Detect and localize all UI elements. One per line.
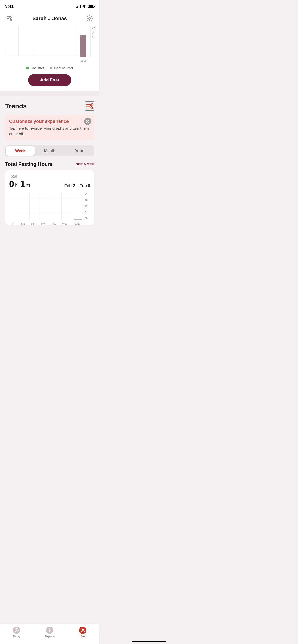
- bar-wed: [63, 192, 72, 220]
- x-label-today: Today: [73, 222, 80, 225]
- fasting-chart: Fri Sat Sun Mon Tue Wed Today 24 18 12 6…: [9, 192, 90, 225]
- svg-rect-4: [7, 20, 10, 20]
- x-label-wed: Wed: [62, 222, 67, 225]
- customize-close-button[interactable]: [84, 118, 91, 125]
- legend-goal-met: Goal met: [26, 66, 44, 70]
- y-label-0: 0h: [85, 217, 90, 220]
- y-label-6: 6: [85, 211, 90, 214]
- svg-rect-0: [7, 16, 11, 17]
- x-label-sun: Sun: [31, 222, 35, 225]
- x-label-fri: Fri: [12, 222, 15, 225]
- svg-point-1: [11, 16, 12, 17]
- customize-banner[interactable]: Customize your experience Tap here to re…: [5, 115, 94, 140]
- fasting-section: Total Fasting Hours SEE MORE Total 0h 1m…: [0, 161, 99, 230]
- tab-month[interactable]: Month: [35, 146, 64, 156]
- chart-y-label-3: 0h: [92, 36, 95, 39]
- fasting-time-display: 0h 1m: [9, 179, 30, 189]
- section-divider: [0, 91, 99, 96]
- chart-column-2: [19, 26, 33, 57]
- chart-x-labels: Fri Sat Sun Mon Tue Wed Today: [9, 222, 83, 225]
- fasting-hours-value: 0h 1m: [9, 179, 30, 189]
- svg-point-6: [89, 17, 91, 19]
- top-chart-card: 0h 0h 0h 2/08 Goal met Goal not met Add …: [0, 26, 99, 91]
- trends-header: Trends: [5, 101, 94, 111]
- chart-y-label-1: 0h: [92, 26, 95, 30]
- svg-rect-9: [86, 106, 90, 107]
- y-label-12: 12: [85, 204, 90, 208]
- y-label-18: 18: [85, 198, 90, 201]
- chart-column-5: [62, 26, 76, 57]
- trends-section: Trends Customize your experience Tap her…: [0, 96, 99, 156]
- svg-point-3: [9, 18, 11, 19]
- goal-not-met-dot: [50, 67, 52, 69]
- chart-y-axis: 24 18 12 6 0h: [83, 192, 90, 225]
- customize-body: Tap here to re-order your graphs and tur…: [9, 126, 90, 136]
- svg-rect-11: [86, 108, 91, 108]
- customize-title: Customize your experience: [9, 119, 90, 124]
- x-label-sat: Sat: [21, 222, 25, 225]
- svg-point-8: [91, 104, 93, 105]
- y-label-24: 24: [85, 192, 90, 195]
- chart-column-4: [47, 26, 62, 57]
- status-time: 9:41: [5, 4, 14, 9]
- signal-icon: [76, 5, 81, 8]
- goal-met-dot: [26, 67, 29, 69]
- x-label-mon: Mon: [41, 222, 46, 225]
- bar-tue: [52, 192, 62, 220]
- chart-legend: Goal met Goal not met: [4, 66, 95, 70]
- svg-point-5: [10, 19, 12, 21]
- period-tabs: Week Month Year: [5, 145, 94, 156]
- bar-sun: [31, 192, 40, 220]
- see-more-button[interactable]: SEE MORE: [76, 162, 94, 166]
- status-bar: 9:41: [0, 0, 99, 11]
- fasting-section-title: Total Fasting Hours: [5, 161, 52, 167]
- fasting-date-range: Feb 2 – Feb 8: [64, 184, 90, 188]
- trends-filter-button[interactable]: [85, 101, 94, 111]
- header-title: Sarah J Jonas: [32, 16, 67, 21]
- sliders-filter-icon[interactable]: [5, 14, 14, 23]
- fasting-section-header: Total Fasting Hours SEE MORE: [5, 161, 94, 167]
- chart-column-1: [4, 26, 19, 57]
- bar-sat: [20, 192, 30, 220]
- x-label-tue: Tue: [52, 222, 56, 225]
- bar-fri: [9, 192, 19, 220]
- header: Sarah J Jonas: [0, 11, 99, 26]
- trends-title: Trends: [5, 102, 27, 110]
- chart-grid: Fri Sat Sun Mon Tue Wed Today: [9, 192, 83, 225]
- chart-y-labels: 0h 0h 0h: [91, 26, 95, 57]
- svg-point-12: [91, 107, 93, 109]
- gear-icon[interactable]: [85, 14, 94, 23]
- chart-y-label-2: 0h: [92, 31, 95, 34]
- fasting-total-row: 0h 1m Feb 2 – Feb 8: [9, 179, 90, 189]
- add-fast-button[interactable]: Add Fast: [28, 74, 71, 86]
- legend-goal-not-met: Goal not met: [50, 66, 73, 70]
- tab-week[interactable]: Week: [6, 146, 35, 156]
- status-icons: [76, 5, 94, 8]
- chart-column-3: [33, 26, 47, 57]
- fasting-total-label: Total: [9, 174, 90, 178]
- svg-rect-7: [86, 104, 91, 105]
- fasting-card: Total 0h 1m Feb 2 – Feb 8: [5, 170, 94, 225]
- chart-column-6: [76, 26, 90, 57]
- chart-date-label: 2/08: [81, 59, 87, 62]
- svg-point-10: [90, 105, 92, 107]
- battery-icon: [88, 5, 94, 8]
- chart-bars: [9, 192, 83, 220]
- tab-year[interactable]: Year: [64, 146, 94, 156]
- svg-rect-2: [7, 18, 9, 19]
- bar-mon: [41, 192, 51, 220]
- wifi-icon: [82, 5, 86, 8]
- bar-today: [73, 192, 83, 220]
